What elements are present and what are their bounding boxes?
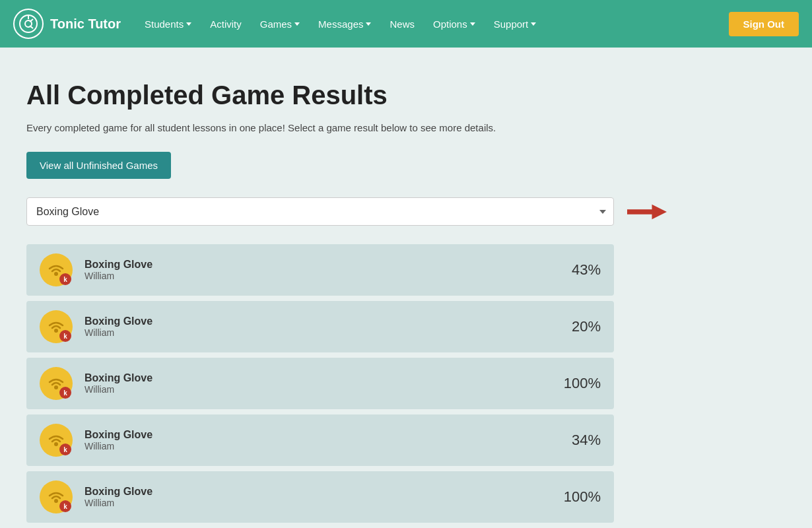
- page-description: Every completed game for all student les…: [26, 122, 607, 133]
- main-content: All Completed Game Results Every complet…: [0, 48, 634, 528]
- result-game-name: Boxing Glove: [85, 259, 543, 271]
- navbar: Tonic Tutor Students Activity Games Mess…: [0, 0, 812, 48]
- result-game-name: Boxing Glove: [85, 486, 543, 498]
- games-dropdown-arrow: [294, 22, 300, 26]
- result-student-name: William: [85, 498, 543, 508]
- avatar: k: [40, 253, 73, 286]
- nav-items: Students Activity Games Messages News Op…: [137, 13, 723, 35]
- result-score: 20%: [555, 318, 601, 335]
- result-score: 100%: [555, 375, 601, 392]
- result-game-name: Boxing Glove: [85, 315, 543, 327]
- result-student-name: William: [85, 384, 543, 395]
- messages-dropdown-arrow: [366, 22, 371, 26]
- avatar: k: [40, 424, 73, 457]
- avatar: k: [40, 310, 73, 343]
- logo-container[interactable]: Tonic Tutor: [13, 9, 121, 39]
- table-row[interactable]: k Boxing Glove William 20%: [26, 301, 614, 352]
- nav-students[interactable]: Students: [137, 13, 199, 35]
- brand-name: Tonic Tutor: [50, 16, 121, 32]
- table-row[interactable]: k Boxing Glove William 43%: [26, 244, 614, 296]
- table-row[interactable]: k Boxing Glove William 100%: [26, 358, 614, 409]
- svg-point-9: [54, 442, 58, 446]
- result-info: Boxing Glove William: [85, 315, 543, 338]
- svg-point-7: [54, 329, 58, 333]
- support-dropdown-arrow: [531, 22, 536, 26]
- avatar-badge: k: [59, 273, 71, 285]
- result-info: Boxing Glove William: [85, 372, 543, 395]
- result-score: 43%: [555, 261, 601, 279]
- avatar-badge: k: [59, 330, 71, 342]
- avatar-badge: k: [59, 387, 71, 399]
- nav-games[interactable]: Games: [252, 13, 308, 35]
- table-row[interactable]: k Boxing Glove William 34%: [26, 414, 614, 466]
- result-student-name: William: [85, 327, 543, 338]
- arrow-indicator: [627, 202, 667, 222]
- avatar: k: [40, 367, 73, 400]
- page-title: All Completed Game Results: [26, 81, 607, 110]
- game-filter-wrapper: Boxing GloveOther Game: [26, 197, 614, 226]
- avatar-badge: k: [59, 444, 71, 455]
- svg-point-6: [54, 272, 58, 276]
- result-info: Boxing Glove William: [85, 429, 543, 451]
- results-list: k Boxing Glove William 43% k B: [26, 244, 614, 523]
- nav-options[interactable]: Options: [425, 13, 483, 35]
- nav-activity[interactable]: Activity: [202, 13, 250, 35]
- svg-point-10: [54, 499, 58, 503]
- result-score: 34%: [555, 432, 601, 449]
- result-score: 100%: [555, 488, 601, 506]
- logo-icon: [13, 9, 44, 39]
- svg-point-8: [54, 385, 58, 389]
- avatar: k: [40, 480, 73, 513]
- nav-news[interactable]: News: [382, 13, 423, 35]
- avatar-badge: k: [59, 500, 71, 512]
- signout-button[interactable]: Sign Out: [729, 12, 799, 36]
- result-game-name: Boxing Glove: [85, 372, 543, 384]
- result-game-name: Boxing Glove: [85, 429, 543, 441]
- game-filter-select[interactable]: Boxing GloveOther Game: [26, 197, 614, 226]
- result-info: Boxing Glove William: [85, 486, 543, 508]
- result-info: Boxing Glove William: [85, 259, 543, 281]
- result-student-name: William: [85, 271, 543, 281]
- red-arrow-icon: [627, 202, 667, 222]
- filter-row: Boxing GloveOther Game: [26, 197, 607, 226]
- nav-messages[interactable]: Messages: [310, 13, 379, 35]
- nav-support[interactable]: Support: [486, 13, 545, 35]
- svg-marker-5: [627, 204, 667, 219]
- students-dropdown-arrow: [186, 22, 191, 26]
- view-unfinished-button[interactable]: View all Unfinished Games: [26, 152, 171, 179]
- options-dropdown-arrow: [470, 22, 475, 26]
- result-student-name: William: [85, 441, 543, 451]
- table-row[interactable]: k Boxing Glove William 100%: [26, 471, 614, 523]
